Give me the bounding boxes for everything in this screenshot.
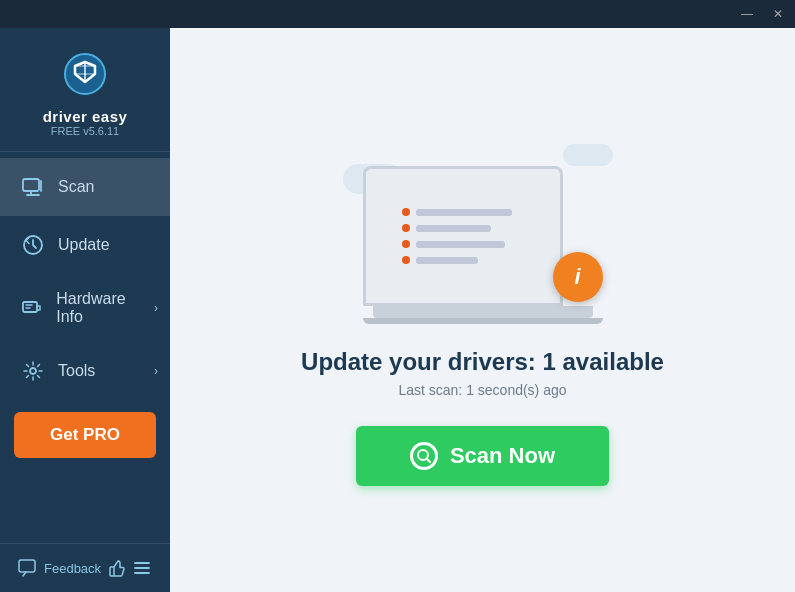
logo-icon (57, 46, 113, 102)
sidebar-item-update-label: Update (58, 236, 110, 254)
screen-dot-1 (402, 208, 410, 216)
magnifier-icon (416, 448, 432, 464)
title-bar: — ✕ (0, 0, 795, 28)
screen-line-3 (402, 240, 540, 248)
thumbs-up-icon[interactable] (107, 558, 127, 578)
sidebar-nav: Scan Update (0, 152, 170, 543)
svg-rect-3 (23, 302, 37, 312)
illustration: i (343, 134, 623, 324)
laptop-screen (363, 166, 563, 306)
menu-icon[interactable] (132, 558, 152, 578)
scan-now-label: Scan Now (450, 443, 555, 469)
tools-icon (20, 358, 46, 384)
sidebar-item-update[interactable]: Update (0, 216, 170, 274)
main-heading: Update your drivers: 1 available (301, 348, 664, 376)
laptop-base (373, 306, 593, 318)
driver-easy-logo-svg (63, 52, 107, 96)
sidebar-logo: driver easy FREE v5.6.11 (0, 28, 170, 152)
sidebar-bottom: Feedback (0, 543, 170, 592)
sidebar-item-scan[interactable]: Scan (0, 158, 170, 216)
feedback-label: Feedback (44, 561, 101, 576)
laptop-illustration (363, 166, 603, 324)
screen-line-1 (402, 208, 540, 216)
logo-text: driver easy (43, 108, 128, 125)
minimize-button[interactable]: — (737, 6, 757, 22)
sidebar-item-scan-label: Scan (58, 178, 94, 196)
update-icon (20, 232, 46, 258)
screen-line-2 (402, 224, 540, 232)
sidebar-item-hardware-info-label: Hardware Info (56, 290, 150, 326)
screen-bar-3 (416, 241, 506, 248)
close-button[interactable]: ✕ (769, 6, 787, 22)
main-content: i Update your drivers: 1 available Last … (170, 28, 795, 592)
screen-dot-4 (402, 256, 410, 264)
sidebar-item-tools-label: Tools (58, 362, 95, 380)
feedback-item[interactable]: Feedback (18, 559, 101, 577)
app-body: driver easy FREE v5.6.11 Scan (0, 28, 795, 592)
screen-bar-2 (416, 225, 492, 232)
sidebar-item-tools[interactable]: Tools › (0, 342, 170, 400)
scan-now-icon (410, 442, 438, 470)
svg-point-4 (30, 368, 36, 374)
screen-bar-1 (416, 209, 513, 216)
last-scan-text: Last scan: 1 second(s) ago (398, 382, 566, 398)
laptop-stand (363, 318, 603, 324)
screen-dot-3 (402, 240, 410, 248)
cloud-right (563, 144, 613, 166)
feedback-chat-icon (18, 559, 36, 577)
get-pro-button[interactable]: Get PRO (14, 412, 156, 458)
tools-chevron: › (154, 364, 158, 378)
scan-icon (20, 174, 46, 200)
info-badge: i (553, 252, 603, 302)
logo-version: FREE v5.6.11 (51, 125, 119, 137)
hardware-info-icon (20, 295, 44, 321)
svg-rect-5 (19, 560, 35, 572)
svg-rect-1 (23, 179, 39, 191)
screen-dot-2 (402, 224, 410, 232)
hardware-info-chevron: › (154, 301, 158, 315)
sidebar-item-hardware-info[interactable]: Hardware Info › (0, 274, 170, 342)
screen-line-4 (402, 256, 540, 264)
screen-bar-4 (416, 257, 478, 264)
sidebar: driver easy FREE v5.6.11 Scan (0, 28, 170, 592)
scan-now-button[interactable]: Scan Now (356, 426, 609, 486)
